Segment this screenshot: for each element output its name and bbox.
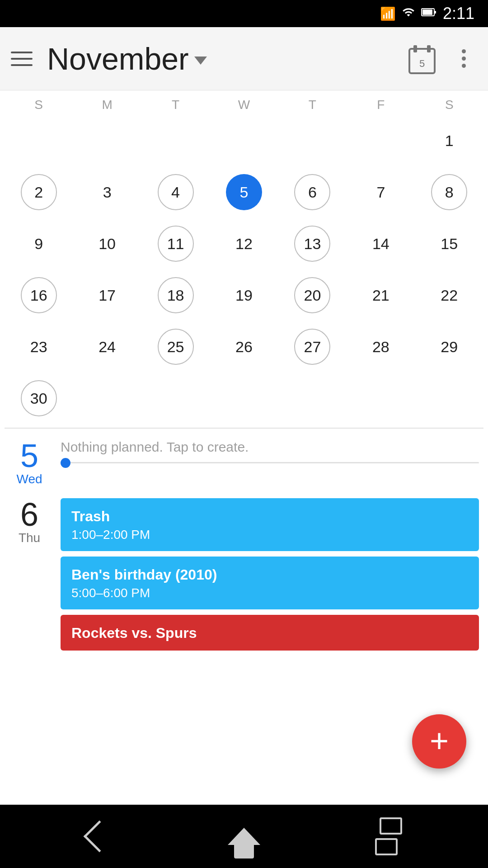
back-icon: [84, 821, 116, 853]
day-cell: [278, 116, 347, 165]
event-card[interactable]: Trash1:00–2:00 PM: [61, 498, 479, 551]
day-number[interactable]: 5: [226, 174, 262, 210]
weekday-header: SMTWTFS: [5, 90, 483, 116]
events-col-5: Nothing planned. Tap to create.: [61, 439, 479, 486]
day-cell[interactable]: 24: [73, 322, 141, 372]
day-cell[interactable]: 8: [415, 167, 483, 217]
no-events-text[interactable]: Nothing planned. Tap to create.: [61, 429, 249, 454]
day-cell[interactable]: 18: [141, 270, 210, 320]
day-number[interactable]: 25: [158, 329, 194, 365]
event-card[interactable]: Rockets vs. Spurs: [61, 615, 479, 651]
day-cell: [210, 373, 278, 423]
day-cell[interactable]: 7: [347, 167, 415, 217]
day-cell[interactable]: 19: [210, 270, 278, 320]
day-cell[interactable]: 22: [415, 270, 483, 320]
recents-icon: [375, 817, 402, 855]
day-cell[interactable]: 21: [347, 270, 415, 320]
add-event-button[interactable]: +: [412, 714, 466, 769]
calendar-icon: 5: [408, 45, 436, 72]
plus-icon: +: [430, 724, 449, 757]
day-cell[interactable]: 6: [278, 167, 347, 217]
day-number[interactable]: 28: [363, 329, 399, 365]
day-cell[interactable]: 4: [141, 167, 210, 217]
wifi-icon: 📶: [380, 6, 396, 21]
chevron-down-icon: [194, 57, 207, 65]
day-cell[interactable]: 25: [141, 322, 210, 372]
day-number[interactable]: 7: [363, 174, 399, 210]
day-cell[interactable]: 9: [5, 219, 73, 269]
day-cell[interactable]: 29: [415, 322, 483, 372]
day-number[interactable]: 15: [431, 226, 467, 262]
day-number-5: 5: [20, 439, 38, 472]
signal-icon: [402, 6, 415, 22]
day-number[interactable]: 23: [21, 329, 57, 365]
day-cell: [415, 373, 483, 423]
day-cell: [141, 116, 210, 165]
day-number[interactable]: 20: [294, 277, 330, 313]
day-number[interactable]: 30: [21, 380, 57, 416]
weekday-label: S: [415, 98, 483, 112]
day-cell[interactable]: 30: [5, 373, 73, 423]
day-number[interactable]: 9: [21, 226, 57, 262]
day-cell[interactable]: 26: [210, 322, 278, 372]
day-cell: [210, 116, 278, 165]
day-number[interactable]: 17: [89, 277, 125, 313]
weekday-label: S: [5, 98, 73, 112]
event-time: 1:00–2:00 PM: [71, 528, 468, 542]
event-card[interactable]: Ben's birthday (2010)5:00–6:00 PM: [61, 557, 479, 609]
day-cell[interactable]: 28: [347, 322, 415, 372]
day-number[interactable]: 3: [89, 174, 125, 210]
day-number[interactable]: 14: [363, 226, 399, 262]
day-number[interactable]: 12: [226, 226, 262, 262]
day-number[interactable]: 24: [89, 329, 125, 365]
day-number[interactable]: 19: [226, 277, 262, 313]
back-button[interactable]: [81, 818, 117, 854]
recents-button[interactable]: [371, 818, 407, 854]
day-cell[interactable]: 12: [210, 219, 278, 269]
day-number[interactable]: 1: [431, 123, 467, 159]
day-number[interactable]: 11: [158, 226, 194, 262]
day-number[interactable]: 21: [363, 277, 399, 313]
day-cell[interactable]: 10: [73, 219, 141, 269]
day-number[interactable]: 29: [431, 329, 467, 365]
day-cell[interactable]: 1: [415, 116, 483, 165]
day-cell[interactable]: 15: [415, 219, 483, 269]
home-button[interactable]: [226, 818, 262, 854]
status-bar: 📶 2:11: [0, 0, 488, 27]
day-cell[interactable]: 27: [278, 322, 347, 372]
day-number[interactable]: 16: [21, 277, 57, 313]
day-number[interactable]: 27: [294, 329, 330, 365]
day-number[interactable]: 22: [431, 277, 467, 313]
today-button[interactable]: 5: [405, 42, 439, 76]
day-number[interactable]: 2: [21, 174, 57, 210]
day-cell[interactable]: 17: [73, 270, 141, 320]
day-name-5: Wed: [16, 472, 42, 486]
day-number[interactable]: 10: [89, 226, 125, 262]
day-number[interactable]: 6: [294, 174, 330, 210]
event-time: 5:00–6:00 PM: [71, 586, 468, 600]
day-number[interactable]: 13: [294, 226, 330, 262]
day-number[interactable]: 4: [158, 174, 194, 210]
day-cell[interactable]: 5: [210, 167, 278, 217]
day-cell: [278, 373, 347, 423]
month-selector[interactable]: November: [38, 41, 405, 76]
menu-button[interactable]: [11, 45, 38, 72]
day-cell[interactable]: 16: [5, 270, 73, 320]
day-number[interactable]: 8: [431, 174, 467, 210]
day-cell[interactable]: 11: [141, 219, 210, 269]
more-button[interactable]: [450, 45, 477, 72]
day-number[interactable]: 26: [226, 329, 262, 365]
bottom-navigation: [0, 805, 488, 868]
hamburger-icon: [11, 64, 33, 66]
day-cell[interactable]: 14: [347, 219, 415, 269]
day-cell[interactable]: 2: [5, 167, 73, 217]
day-cell[interactable]: 23: [5, 322, 73, 372]
day-cell: [347, 373, 415, 423]
day-cell[interactable]: 13: [278, 219, 347, 269]
day-cell[interactable]: 3: [73, 167, 141, 217]
event-title: Ben's birthday (2010): [71, 566, 468, 583]
day-cell[interactable]: 20: [278, 270, 347, 320]
days-grid: 1234567891011121314151617181920212223242…: [5, 116, 483, 423]
day-number[interactable]: 18: [158, 277, 194, 313]
weekday-label: T: [141, 98, 210, 112]
